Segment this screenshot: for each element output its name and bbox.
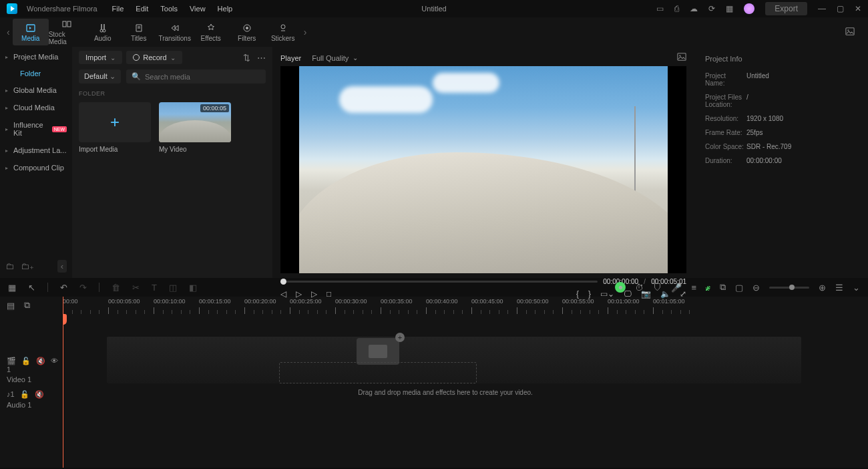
track-layout-icon[interactable]: ▤ bbox=[7, 301, 15, 311]
search-input[interactable] bbox=[145, 73, 260, 81]
sidebar-folder[interactable]: Folder bbox=[0, 65, 72, 82]
redo-icon[interactable]: ↷ bbox=[79, 283, 87, 293]
mute-icon[interactable]: 🔇 bbox=[35, 390, 44, 399]
record-button[interactable]: Record bbox=[126, 51, 182, 64]
timeline-ruler[interactable]: 00:0000:00:05:0000:00:10:0000:00:15:0000… bbox=[63, 297, 868, 314]
ribbon-titles[interactable]: Titles bbox=[121, 19, 157, 45]
user-avatar[interactable] bbox=[744, 3, 754, 14]
monitor-icon[interactable]: ▭ bbox=[656, 4, 664, 13]
zoom-out-icon[interactable]: ⊖ bbox=[752, 283, 760, 293]
info-title: Project Info bbox=[705, 55, 857, 63]
project-info-panel: Project Info Project Name:UntitledProjec… bbox=[694, 47, 868, 278]
mic-icon[interactable]: 🎤 bbox=[671, 283, 682, 293]
ribbon-filters[interactable]: Filters bbox=[229, 19, 265, 45]
ai-icon[interactable]: ☻ bbox=[615, 282, 626, 293]
eye-icon[interactable]: 👁 bbox=[51, 357, 58, 373]
ribbon-prev-icon[interactable]: ‹ bbox=[7, 27, 10, 37]
track-options-icon[interactable]: ☰ bbox=[835, 283, 843, 293]
cloud-icon[interactable]: ☁ bbox=[690, 4, 698, 13]
menu-view[interactable]: View bbox=[190, 5, 206, 13]
snapshot-panel-icon[interactable] bbox=[677, 52, 686, 63]
lock-icon[interactable]: 🔓 bbox=[20, 390, 29, 399]
svg-point-6 bbox=[246, 27, 248, 29]
ribbon-stock-media[interactable]: Stock Media bbox=[49, 19, 85, 45]
new-bin-icon[interactable]: 🗀₊ bbox=[21, 261, 34, 271]
search-icon: 🔍 bbox=[132, 72, 141, 81]
menu-file[interactable]: File bbox=[112, 5, 124, 13]
ribbon-stickers[interactable]: Stickers bbox=[265, 19, 301, 45]
mute-icon[interactable]: 🔇 bbox=[36, 357, 45, 373]
filter-icon[interactable]: ⇅ bbox=[243, 53, 250, 63]
sidebar-influence-kit[interactable]: Influence KitNEW bbox=[0, 116, 72, 142]
sidebar-compound-clip[interactable]: Compound Clip bbox=[0, 159, 72, 176]
player-tab[interactable]: Player bbox=[280, 54, 301, 62]
ribbon-effects[interactable]: Effects bbox=[193, 19, 229, 45]
crop-icon[interactable]: ◫ bbox=[169, 283, 177, 293]
track-headers: ▤ ⧉ 🎬1 🔓 🔇 👁 Video 1 ♪1 🔓 🔇 Audio 1 bbox=[0, 297, 63, 468]
new-folder-icon[interactable]: 🗀 bbox=[5, 261, 14, 271]
ribbon-media[interactable]: Media bbox=[13, 19, 49, 45]
timeline-canvas[interactable]: 00:0000:00:05:0000:00:10:0000:00:15:0000… bbox=[63, 297, 868, 468]
color-icon[interactable]: ◧ bbox=[189, 283, 197, 293]
info-row: Project Name:Untitled bbox=[705, 72, 857, 87]
collapse-sidebar-icon[interactable]: ‹ bbox=[57, 260, 67, 273]
preview-panel: Player Full Quality 00:00:00:00 / 00:00:… bbox=[272, 47, 694, 278]
mixer-icon[interactable]: ≡ bbox=[691, 283, 696, 293]
zoom-slider[interactable] bbox=[769, 287, 809, 289]
text-icon[interactable]: T bbox=[152, 283, 157, 293]
menu-tools[interactable]: Tools bbox=[160, 5, 178, 13]
save-icon[interactable]: ⎙ bbox=[674, 4, 679, 13]
undo-icon[interactable]: ↶ bbox=[60, 283, 67, 293]
link-tracks-icon[interactable]: ⧉ bbox=[24, 300, 30, 311]
quality-dropdown[interactable]: Full Quality bbox=[312, 54, 358, 62]
ribbon-next-icon[interactable]: › bbox=[304, 27, 307, 37]
link-icon[interactable]: ⧉ bbox=[720, 282, 726, 293]
search-box[interactable]: 🔍 bbox=[126, 69, 266, 84]
speed-icon[interactable]: ⏱ bbox=[635, 283, 644, 293]
sort-default-button[interactable]: Default bbox=[79, 69, 121, 84]
zoom-in-icon[interactable]: ⊕ bbox=[819, 283, 826, 293]
close-icon[interactable]: ✕ bbox=[855, 4, 861, 13]
import-button[interactable]: Import bbox=[79, 51, 122, 64]
apps-icon[interactable]: ▦ bbox=[726, 4, 733, 13]
main-menu: File Edit Tools View Help bbox=[112, 5, 233, 13]
audio-icon: ♪1 bbox=[7, 390, 15, 399]
menu-help[interactable]: Help bbox=[218, 5, 233, 13]
sync-icon[interactable]: ⟳ bbox=[708, 4, 715, 13]
shield-icon[interactable]: ⛉ bbox=[653, 283, 662, 293]
import-media-card[interactable]: + Import Media bbox=[79, 102, 151, 153]
maximize-icon[interactable]: ▢ bbox=[837, 4, 844, 13]
audio-track-header[interactable]: ♪1 🔓 🔇 Audio 1 bbox=[0, 386, 62, 413]
export-button[interactable]: Export bbox=[765, 2, 807, 15]
video-player[interactable] bbox=[299, 66, 668, 273]
scrub-bar[interactable] bbox=[280, 281, 598, 283]
marker-icon[interactable]: ▢ bbox=[735, 283, 743, 293]
sidebar-project-media[interactable]: Project Media bbox=[0, 48, 72, 65]
svg-rect-8 bbox=[846, 27, 854, 35]
chevron-down-icon[interactable]: ⌄ bbox=[853, 283, 860, 293]
menu-edit[interactable]: Edit bbox=[136, 5, 148, 13]
magnet-icon[interactable]: ⸙ bbox=[706, 283, 710, 293]
media-clip-card[interactable]: 00:00:05 My Video bbox=[159, 102, 231, 153]
minimize-icon[interactable]: — bbox=[818, 4, 826, 13]
playhead[interactable] bbox=[63, 297, 63, 468]
video-track-header[interactable]: 🎬1 🔓 🔇 👁 Video 1 bbox=[0, 354, 62, 386]
grid-icon[interactable]: ▦ bbox=[8, 283, 16, 293]
sidebar-global-media[interactable]: Global Media bbox=[0, 82, 72, 99]
ribbon-audio[interactable]: Audio bbox=[85, 19, 121, 45]
lock-icon[interactable]: 🔓 bbox=[21, 357, 31, 373]
sidebar-adjustment-layer[interactable]: Adjustment La... bbox=[0, 142, 72, 159]
sidebar-cloud-media[interactable]: Cloud Media bbox=[0, 99, 72, 116]
ribbon-transitions[interactable]: Transitions bbox=[157, 19, 193, 45]
image-panel-icon[interactable] bbox=[845, 27, 864, 38]
drop-zone[interactable] bbox=[279, 362, 477, 383]
video-track-label: Video 1 bbox=[7, 375, 31, 383]
cut-icon[interactable]: ✂ bbox=[132, 283, 140, 293]
delete-icon[interactable]: 🗑 bbox=[112, 283, 120, 293]
cursor-icon[interactable]: ↖ bbox=[28, 283, 35, 293]
more-icon[interactable]: ⋯ bbox=[257, 53, 266, 63]
audio-track-label: Audio 1 bbox=[7, 401, 31, 409]
info-row: Project Files Location:/ bbox=[705, 94, 857, 108]
window-controls: ▭ ⎙ ☁ ⟳ ▦ Export — ▢ ✕ bbox=[656, 2, 861, 15]
app-logo-icon bbox=[7, 3, 17, 14]
